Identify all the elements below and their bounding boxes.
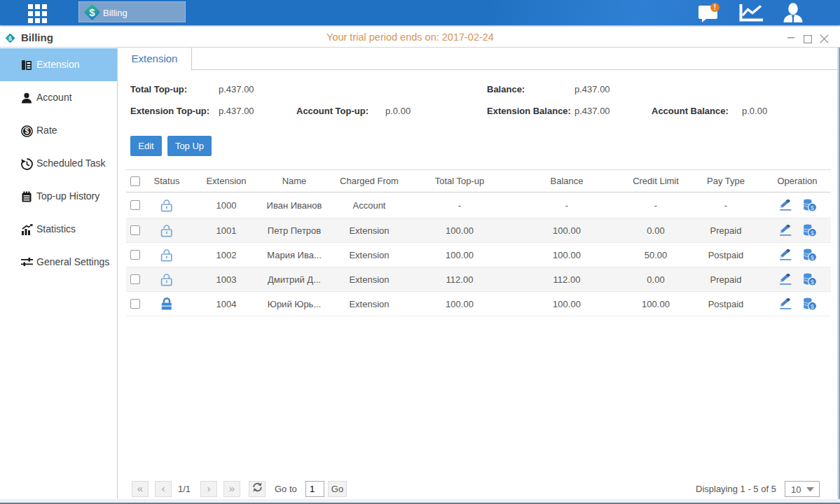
svg-text:$: $: [811, 278, 814, 285]
svg-text:$: $: [811, 229, 814, 236]
svg-text:!: !: [714, 4, 716, 11]
svg-text:$: $: [811, 204, 814, 211]
svg-text:$: $: [25, 127, 29, 135]
svg-text:$: $: [811, 253, 814, 260]
svg-text:$: $: [89, 6, 95, 18]
svg-text:$: $: [811, 302, 814, 309]
